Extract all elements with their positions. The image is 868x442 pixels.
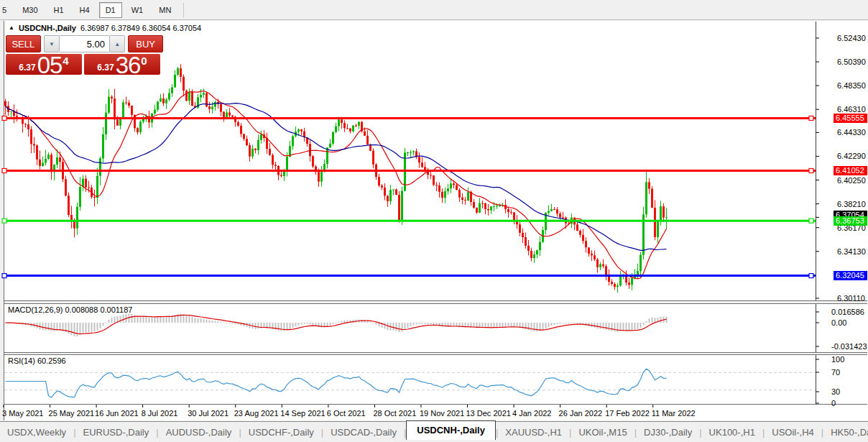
tab-usdcad-daily[interactable]: USDCAD-,Daily bbox=[323, 424, 404, 441]
volume-input[interactable] bbox=[60, 35, 109, 52]
timeframe-button-m30[interactable]: M30 bbox=[16, 2, 44, 18]
hline-price-flag-6.36753: 6.36753 bbox=[834, 216, 867, 226]
tab-hk50-daily[interactable]: HK50-,Daily bbox=[823, 424, 868, 441]
sell-price-display[interactable]: 6.37 05 4 bbox=[6, 54, 82, 75]
timeframe-toolbar: 5M30H1H4D1W1MN bbox=[0, 0, 868, 20]
tab-xauusd-h1[interactable]: XAUUSD-,H1 bbox=[498, 424, 569, 441]
buy-price-big: 36 bbox=[116, 55, 141, 75]
hline-price-flag-6.45555: 6.45555 bbox=[834, 114, 867, 123]
one-click-trading-panel: SELL ▼ ▲ BUY 6.37 05 4 6.37 36 0 bbox=[6, 35, 163, 75]
rsi-label: RSI(14) 60.2596 bbox=[8, 356, 66, 365]
chart-window bbox=[4, 21, 868, 420]
hline-price-flag-6.32045: 6.32045 bbox=[834, 271, 867, 280]
sell-button[interactable]: SELL bbox=[6, 35, 41, 52]
trade-prices-row: 6.37 05 4 6.37 36 0 bbox=[6, 54, 163, 75]
tab-ukoil-m15[interactable]: UKOil-,M15 bbox=[571, 424, 634, 441]
collapse-chart-icon[interactable]: ▲ bbox=[9, 24, 14, 32]
trade-controls-row: SELL ▼ ▲ BUY bbox=[6, 35, 163, 52]
volume-increase-button[interactable]: ▲ bbox=[109, 35, 125, 52]
buy-price-small: 6.37 bbox=[97, 63, 114, 73]
buy-price-display[interactable]: 6.37 36 0 bbox=[84, 54, 160, 75]
sell-price-small: 6.37 bbox=[19, 63, 35, 73]
sell-price-sup: 4 bbox=[63, 55, 68, 67]
chart-symbol-label: USDCNH-,Daily bbox=[19, 24, 76, 32]
tab-eurusd-daily[interactable]: EURUSD-,Daily bbox=[76, 424, 157, 441]
timeframe-button-d1[interactable]: D1 bbox=[99, 2, 122, 18]
hline-price-flag-6.41052: 6.41052 bbox=[834, 166, 867, 175]
tab-audusd-daily[interactable]: AUDUSD-,Daily bbox=[159, 424, 239, 441]
timeframe-button-w1[interactable]: W1 bbox=[125, 2, 150, 18]
sell-price-big: 05 bbox=[37, 55, 63, 75]
timeframe-button-5[interactable]: 5 bbox=[0, 2, 13, 18]
tab-dj30-daily[interactable]: DJ30-,Daily bbox=[637, 424, 699, 441]
timeframe-button-mn[interactable]: MN bbox=[152, 2, 177, 18]
timeframe-button-h4[interactable]: H4 bbox=[73, 2, 96, 18]
toolbar-separator bbox=[183, 3, 184, 17]
tab-usoil-h4[interactable]: USOil-,H4 bbox=[765, 424, 821, 441]
tab-usdx-weekly[interactable]: USDX,Weekly bbox=[0, 424, 73, 441]
buy-price-sup: 0 bbox=[141, 55, 147, 67]
tab-usdchf-daily[interactable]: USDCHF-,Daily bbox=[241, 424, 321, 441]
tab-usdcnh-daily[interactable]: USDCNH-,Daily bbox=[406, 420, 496, 440]
volume-decrease-button[interactable]: ▼ bbox=[44, 35, 60, 52]
tab-uk100-h1[interactable]: UK100-,H1 bbox=[702, 424, 762, 441]
chart-tabs-bar: USDX,Weekly|EURUSD-,Daily|AUDUSD-,Daily|… bbox=[0, 421, 868, 442]
buy-button[interactable]: BUY bbox=[128, 35, 163, 52]
macd-label: MACD(12,26,9) 0.008088 0.001187 bbox=[8, 305, 132, 314]
chart-title: ▲ USDCNH-,Daily 6.36987 6.37849 6.36054 … bbox=[9, 24, 201, 32]
chart-ohlc-values: 6.36987 6.37849 6.36054 6.37054 bbox=[80, 24, 201, 32]
timeframe-button-h1[interactable]: H1 bbox=[47, 2, 70, 18]
